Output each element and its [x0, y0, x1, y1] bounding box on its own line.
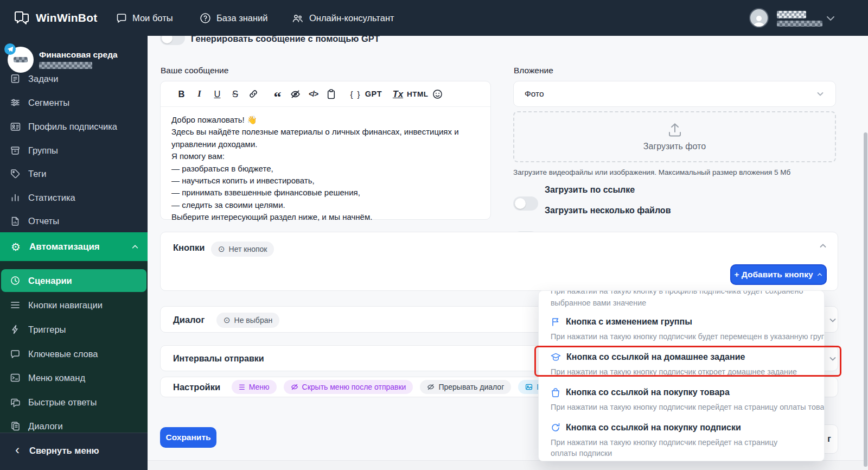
- dropdown-item-description: При нажатии на такую кнопку подписчик пе…: [551, 437, 785, 459]
- italic-button[interactable]: I: [190, 86, 208, 102]
- expand-section-chevron-down-icon[interactable]: [828, 354, 837, 363]
- menu-lines-icon: ☰: [239, 383, 245, 391]
- underline-button[interactable]: U: [208, 86, 226, 102]
- sidebar-item-label: Профиль подписчика: [28, 122, 117, 132]
- sidebar-item-command-menu[interactable]: Меню команд: [0, 366, 148, 390]
- menu-badge: ☰ Меню: [232, 380, 277, 394]
- nav-item-label: Мои боты: [132, 13, 173, 23]
- photo-upload-dropzone[interactable]: Загрузить фото: [513, 111, 836, 162]
- sidebar-section-automation[interactable]: ⚙ Автоматизация: [0, 232, 148, 261]
- dropdown-item-description: При нажатии на такую кнопку подписчик пе…: [551, 403, 825, 411]
- html-button[interactable]: HTML: [407, 86, 429, 102]
- sidebar-item-statistics[interactable]: Статистика: [0, 186, 148, 209]
- hide-menu-badge: Скрыть меню после отправки: [284, 380, 413, 394]
- circle-dot-icon: ⊙: [218, 244, 225, 254]
- sidebar-item-label: Статистика: [28, 193, 75, 203]
- upload-by-link-toggle[interactable]: [513, 196, 538, 211]
- sidebar-item-quick-replies[interactable]: Быстрые ответы: [0, 390, 148, 414]
- clipboard-icon[interactable]: [322, 86, 340, 102]
- sidebar-item-label: Триггеры: [28, 325, 66, 335]
- message-textarea[interactable]: Добро пожаловать! 👋 Здесь вы найдёте пол…: [161, 107, 490, 231]
- nav-item-label: Онлайн-консультант: [309, 13, 394, 23]
- dropdown-item-buy-subscription-link[interactable]: Кнопка со ссылкой на покупку подписки: [551, 423, 741, 433]
- quote-icon[interactable]: “: [269, 86, 286, 102]
- winwinbot-logo-icon: [13, 9, 30, 27]
- interrupt-dialog-badge: Прерывать диалог: [420, 380, 511, 394]
- refresh-icon: [551, 423, 560, 433]
- sidebar-item-label: Задачи: [28, 74, 58, 84]
- attachment-hint: Загрузите видеофайлы или изображения. Ма…: [513, 168, 790, 176]
- spoiler-eye-off-icon[interactable]: [286, 86, 304, 102]
- graduation-cap-icon: [551, 352, 561, 362]
- sidebar-item-triggers[interactable]: Триггеры: [0, 317, 148, 341]
- sidebar-item-label: Сценарии: [28, 276, 72, 286]
- buttons-section-title: Кнопки: [173, 243, 205, 253]
- eye-off-icon: [291, 383, 298, 391]
- sidebar-item-label: Диалоги: [28, 421, 63, 431]
- sidebar-item-subscriber-profile[interactable]: Профиль подписчика: [0, 115, 148, 138]
- sidebar-item-segments[interactable]: Сегменты: [0, 91, 148, 115]
- settings-section-title: Настройки: [173, 382, 220, 392]
- chevron-up-icon: [131, 243, 139, 251]
- message-line: — научиться копить и инвестировать,: [171, 175, 480, 187]
- chat-bubble-icon: [10, 348, 21, 359]
- collapse-section-chevron-up-icon[interactable]: [819, 242, 827, 250]
- tasks-icon: [10, 73, 21, 84]
- add-button-dropdown-menu: При нажатии на такую кнопку в профиль по…: [538, 290, 825, 461]
- nav-item-online-consultant[interactable]: Онлайн-консультант: [292, 0, 394, 36]
- nav-item-my-bots[interactable]: Мои боты: [116, 0, 173, 36]
- add-button-button[interactable]: + Добавить кнопку: [730, 264, 827, 285]
- automation-submenu: Сценарии Кнопки навигации Триггеры Ключе…: [0, 261, 148, 433]
- dropdown-item-change-group[interactable]: Кнопка с изменением группы: [551, 317, 692, 327]
- bold-button[interactable]: B: [173, 86, 190, 102]
- sidebar-item-label: Теги: [28, 169, 47, 179]
- sidebar-item-label: Меню команд: [28, 373, 85, 383]
- sidebar-item-groups[interactable]: Группы: [0, 138, 148, 162]
- user-avatar[interactable]: [749, 8, 769, 28]
- lightning-icon: [10, 324, 21, 335]
- dropdown-item-buy-product-link[interactable]: Кнопка со ссылкой на покупку товара: [551, 388, 730, 397]
- code-icon[interactable]: </>: [304, 86, 322, 102]
- link-icon[interactable]: [244, 86, 262, 102]
- clock-icon: [10, 275, 21, 286]
- attachment-type-select[interactable]: Фото: [513, 81, 836, 107]
- save-button[interactable]: Сохранить: [160, 427, 216, 448]
- sidebar-item-tasks[interactable]: Задачи: [0, 73, 148, 91]
- redacted-account-text: [777, 21, 822, 27]
- sidebar-item-keywords[interactable]: Ключевые слова: [0, 342, 148, 366]
- chat-bubble-icon: [116, 13, 127, 23]
- dropdown-clipped-description: При нажатии на такую кнопку в профиль по…: [551, 290, 803, 295]
- gpt-button[interactable]: GPT: [365, 86, 382, 102]
- buttons-section-card: Кнопки ⊙ Нет кнопок + Добавить кнопку: [160, 232, 838, 291]
- attachment-type-value: Фото: [525, 89, 544, 99]
- clear-format-button[interactable]: Tx: [389, 86, 407, 102]
- sidebar-item-dialogs[interactable]: Диалоги: [0, 414, 148, 438]
- sidebar-item-reports[interactable]: Отчеты: [0, 209, 148, 232]
- sidebar-item-label: Ключевые слова: [28, 349, 98, 359]
- redacted-username: [39, 62, 92, 69]
- sidebar-item-label: Быстрые ответы: [28, 397, 97, 408]
- chevron-down-icon: [816, 90, 825, 98]
- telegram-badge-icon: [4, 43, 16, 55]
- dropdown-item-homework-link[interactable]: Кнопка со ссылкой на домашнее задание: [551, 352, 745, 362]
- strikethrough-button[interactable]: S: [226, 86, 244, 102]
- braces-icon[interactable]: { }: [347, 86, 365, 102]
- chevron-down-icon[interactable]: [826, 15, 835, 22]
- upload-photo-label: Загрузить фото: [643, 142, 706, 151]
- collapse-menu-button[interactable]: ‹ Свернуть меню: [0, 437, 148, 463]
- upload-multiple-label: Загрузить несколько файлов: [545, 206, 671, 215]
- emoji-icon[interactable]: [429, 86, 446, 102]
- sidebar-item-tags[interactable]: Теги: [0, 162, 148, 186]
- sidebar-item-label: Кнопки навигации: [28, 300, 103, 310]
- dialog-section-title: Диалог: [173, 315, 205, 325]
- brand-name: WinWinBot: [36, 0, 97, 36]
- sidebar-item-nav-buttons[interactable]: Кнопки навигации: [0, 293, 148, 317]
- upload-by-link-label: Загрузить по ссылке: [545, 185, 635, 195]
- expand-section-chevron-down-icon[interactable]: [828, 316, 837, 325]
- menu-lines-icon: [10, 300, 21, 310]
- nav-item-knowledge-base[interactable]: База знаний: [200, 0, 268, 36]
- redacted-logo: [14, 57, 28, 62]
- sidebar-item-scenarios[interactable]: Сценарии: [1, 269, 146, 292]
- page-scrollbar[interactable]: [864, 132, 867, 467]
- question-circle-icon: [200, 12, 211, 24]
